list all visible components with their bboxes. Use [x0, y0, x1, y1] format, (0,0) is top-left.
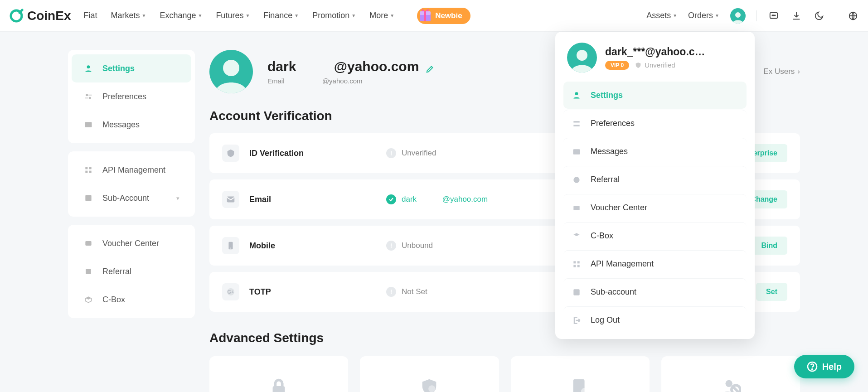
sidebar-item-api[interactable]: API Management	[72, 156, 191, 184]
nav-promotion[interactable]: Promotion▼	[312, 11, 356, 20]
svg-point-35	[575, 92, 578, 95]
messages-icon	[83, 120, 93, 130]
dropdown-item-label: C-Box	[591, 231, 613, 241]
caret-down-icon: ▼	[294, 13, 299, 18]
person-icon	[211, 53, 252, 93]
row-action-bind[interactable]: Bind	[751, 237, 787, 255]
advanced-card-doc[interactable]	[511, 356, 650, 392]
dropdown-item-api[interactable]: API Management	[563, 250, 747, 277]
dropdown-item-label: Sub-account	[591, 287, 636, 297]
sidebar-item-messages[interactable]: Messages	[72, 111, 191, 139]
right-nav: Assets▼ Orders▼	[646, 8, 859, 24]
sidebar-item-label: Referral	[102, 267, 131, 276]
totp-icon: G+	[222, 283, 239, 300]
dropdown-item-referral[interactable]: Referral	[563, 166, 747, 193]
subaccount-icon	[572, 287, 582, 297]
shield-icon	[419, 377, 440, 392]
svg-rect-17	[89, 167, 92, 169]
svg-rect-43	[573, 265, 576, 267]
status-text: Unbound	[402, 241, 433, 250]
svg-text:G+: G+	[228, 289, 234, 295]
newbie-badge[interactable]: Newbie	[417, 8, 470, 24]
dropdown-item-messages[interactable]: Messages	[563, 138, 747, 165]
advanced-card-user[interactable]	[661, 356, 800, 392]
chevron-down-icon: ▾	[176, 195, 179, 202]
dropdown-badges: VIP 0 Unverified	[605, 61, 705, 70]
dropdown-item-label: Referral	[591, 175, 620, 184]
status-text: dark @yahoo.com	[402, 195, 488, 204]
nav-finance[interactable]: Finance▼	[263, 11, 299, 20]
api-icon	[83, 165, 93, 175]
messages-icon	[572, 147, 582, 157]
ex-users-link[interactable]: Ex Users ›	[763, 67, 800, 76]
advanced-card-shield[interactable]	[360, 356, 499, 392]
caret-down-icon: ▼	[673, 13, 677, 18]
dropdown-item-subaccount[interactable]: Sub-account	[563, 278, 747, 305]
svg-point-7	[773, 15, 774, 16]
moon-icon[interactable]	[813, 10, 825, 22]
mobile-icon	[222, 237, 239, 254]
brand-logo[interactable]: CoinEx	[9, 9, 71, 23]
person-icon	[572, 90, 582, 100]
row-label: ID Verification	[249, 149, 376, 158]
status-text: Not Set	[402, 287, 427, 296]
svg-point-13	[89, 97, 91, 99]
nav-markets[interactable]: Markets▼	[111, 11, 146, 20]
advanced-card-password[interactable]	[209, 356, 348, 392]
sidebar-item-settings[interactable]: Settings	[72, 54, 191, 82]
svg-rect-15	[85, 122, 92, 127]
svg-point-10	[87, 65, 90, 68]
help-label: Help	[822, 362, 842, 372]
nav-assets[interactable]: Assets▼	[646, 11, 677, 20]
globe-icon[interactable]	[847, 10, 859, 22]
nav-fiat[interactable]: Fiat	[83, 11, 97, 20]
dropdown-item-settings[interactable]: Settings	[563, 82, 747, 109]
download-icon[interactable]	[790, 10, 802, 22]
svg-rect-37	[573, 125, 579, 126]
dropdown-item-cbox[interactable]: C-Box	[563, 222, 747, 249]
ex-users-label: Ex Users	[763, 67, 795, 76]
referral-icon	[83, 266, 93, 276]
sidebar-item-label: C-Box	[102, 295, 125, 305]
sidebar-item-voucher[interactable]: Voucher Center	[72, 229, 191, 257]
api-icon	[572, 259, 582, 269]
sidebar-group-3: Voucher Center Referral C-Box	[68, 225, 195, 318]
svg-rect-20	[85, 195, 91, 201]
person-icon	[568, 45, 596, 73]
nav-futures[interactable]: Futures▼	[216, 11, 250, 20]
help-button[interactable]: Help	[794, 355, 854, 378]
blocked-user-icon	[720, 377, 741, 392]
edit-icon[interactable]	[425, 62, 435, 72]
svg-rect-18	[85, 171, 87, 173]
dropdown-header: dark_***@yahoo.c… VIP 0 Unverified	[563, 43, 747, 81]
dropdown-name: dark_***@yahoo.c…	[605, 46, 705, 58]
caret-down-icon: ▼	[245, 13, 250, 18]
gift-icon	[416, 6, 434, 24]
svg-rect-41	[573, 261, 576, 263]
sidebar-item-label: Voucher Center	[102, 239, 159, 248]
nav-fiat-label: Fiat	[83, 11, 97, 20]
svg-rect-44	[577, 265, 580, 267]
chat-icon[interactable]	[768, 10, 780, 22]
row-action-set[interactable]: Set	[756, 283, 787, 301]
header-avatar[interactable]	[730, 8, 746, 24]
cbox-icon	[572, 231, 582, 241]
nav-orders[interactable]: Orders▼	[688, 11, 719, 20]
status-dot-icon	[386, 241, 396, 251]
nav-more[interactable]: More▼	[369, 11, 394, 20]
dropdown-item-voucher[interactable]: Voucher Center	[563, 194, 747, 221]
sidebar-item-preferences[interactable]: Preferences	[72, 82, 191, 111]
main-nav: Fiat Markets▼ Exchange▼ Futures▼ Finance…	[83, 8, 470, 24]
chevron-right-icon: ›	[797, 67, 800, 76]
sidebar-item-referral[interactable]: Referral	[72, 257, 191, 286]
divider	[836, 10, 836, 21]
sidebar-item-subaccount[interactable]: Sub-Account ▾	[72, 184, 191, 212]
dropdown-item-label: Preferences	[591, 119, 635, 128]
sidebar-item-cbox[interactable]: C-Box	[72, 286, 191, 314]
dropdown-item-preferences[interactable]: Preferences	[563, 110, 747, 137]
dropdown-item-logout[interactable]: Log Out	[563, 306, 747, 334]
profile-name: dark @yahoo.com	[267, 59, 419, 74]
sidebar-group-2: API Management Sub-Account ▾	[68, 151, 195, 217]
logout-icon	[572, 315, 582, 325]
nav-exchange[interactable]: Exchange▼	[160, 11, 202, 20]
